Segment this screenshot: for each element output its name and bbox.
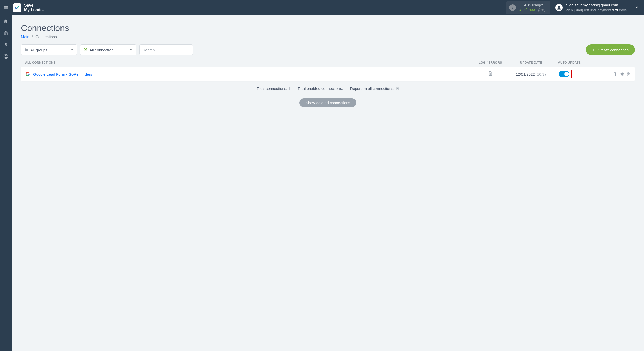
svg-rect-4 xyxy=(7,34,8,35)
filter-row: All groups All connection Create connect… xyxy=(21,44,635,55)
col-header-name: ALL CONNECTIONS xyxy=(25,61,475,64)
connection-actions xyxy=(603,71,631,77)
search-input-wrapper[interactable] xyxy=(139,44,193,55)
file-icon xyxy=(395,87,399,90)
svg-point-6 xyxy=(5,55,7,56)
status-dropdown-label: All connection xyxy=(90,48,113,52)
hamburger-icon xyxy=(3,5,8,10)
usage-label: LEADS usage: xyxy=(519,3,545,8)
user-circle-icon xyxy=(3,54,8,59)
google-icon xyxy=(25,71,30,77)
topbar: Save My Leads. i LEADS usage: 4 of 2'000… xyxy=(0,0,644,15)
breadcrumb-current: Connections xyxy=(35,34,57,39)
sidebar-item-home[interactable] xyxy=(0,15,12,27)
table-header: ALL CONNECTIONS LOG / ERRORS UPDATE DATE… xyxy=(21,61,635,67)
dollar-icon xyxy=(3,42,8,47)
breadcrumb-main[interactable]: Main xyxy=(21,34,29,39)
usage-pct: (0%) xyxy=(538,8,546,12)
summary-row: Total connections: 1 Total enabled conne… xyxy=(21,86,635,91)
svg-rect-2 xyxy=(4,34,5,35)
report-all-connections[interactable]: Report on all connections: xyxy=(350,86,399,91)
sidebar-item-connections[interactable] xyxy=(0,27,12,39)
account-plan: Plan |Start| left until payment 379 days xyxy=(566,8,627,13)
chevron-down-icon xyxy=(635,5,639,9)
col-header-date: UPDATE DATE xyxy=(506,61,557,64)
usage-count: 4 xyxy=(519,8,521,12)
home-icon xyxy=(3,19,8,24)
connection-log-button[interactable] xyxy=(475,71,506,77)
create-connection-button[interactable]: Create connection xyxy=(586,44,635,55)
create-button-label: Create connection xyxy=(598,48,629,52)
usage-info-box[interactable]: i LEADS usage: 4 of 2'000 (0%) xyxy=(506,1,550,14)
gear-icon xyxy=(619,72,624,76)
main-content: Connections Main / Connections All group… xyxy=(12,15,644,351)
delete-button[interactable] xyxy=(626,71,631,77)
auto-update-toggle[interactable] xyxy=(559,71,569,77)
breadcrumb: Main / Connections xyxy=(21,34,635,39)
info-icon: i xyxy=(509,4,516,11)
file-icon xyxy=(488,71,493,76)
connection-link[interactable]: Google Lead Form - GoReminders xyxy=(33,72,475,76)
svg-rect-3 xyxy=(5,34,6,35)
chevron-down-icon xyxy=(129,48,133,52)
show-deleted-button[interactable]: Show deleted connections xyxy=(299,98,356,107)
account-caret xyxy=(635,5,639,10)
account-menu[interactable]: alice.savemyleads@gmail.com Plan |Start|… xyxy=(555,3,639,13)
usage-of: of xyxy=(524,8,527,12)
play-circle-icon xyxy=(83,47,88,52)
total-connections: Total connections: 1 xyxy=(257,86,290,91)
sitemap-icon xyxy=(3,30,8,35)
hamburger-menu-button[interactable] xyxy=(0,0,12,15)
search-input[interactable] xyxy=(143,48,190,52)
copy-icon xyxy=(613,72,617,76)
connection-row: Google Lead Form - GoReminders 12/01/202… xyxy=(21,67,635,81)
connection-date: 12/01/2022 10:37 xyxy=(506,72,557,76)
plus-icon xyxy=(592,48,596,52)
sidebar xyxy=(0,15,12,351)
page-title: Connections xyxy=(21,23,635,33)
settings-button[interactable] xyxy=(619,71,624,77)
total-enabled: Total enabled connections: xyxy=(298,86,343,91)
groups-dropdown-label: All groups xyxy=(30,48,47,52)
avatar xyxy=(555,4,563,11)
copy-button[interactable] xyxy=(612,71,617,77)
chevron-down-icon xyxy=(70,48,74,52)
account-email: alice.savemyleads@gmail.com xyxy=(566,3,627,8)
checkmark-icon xyxy=(14,5,20,10)
svg-rect-1 xyxy=(5,31,7,32)
sidebar-item-profile[interactable] xyxy=(0,51,12,62)
toggle-highlight-box xyxy=(557,70,572,78)
brand-name: Save My Leads. xyxy=(24,3,44,12)
sidebar-item-billing[interactable] xyxy=(0,39,12,51)
user-icon xyxy=(556,5,562,10)
brand-text-1: Save xyxy=(24,3,44,8)
folder-icon xyxy=(24,47,28,52)
svg-point-0 xyxy=(558,6,560,8)
status-dropdown[interactable]: All connection xyxy=(80,44,136,55)
col-header-auto: AUTO UPDATE xyxy=(557,61,603,64)
col-header-log: LOG / ERRORS xyxy=(475,61,506,64)
trash-icon xyxy=(626,72,630,76)
brand-logo xyxy=(13,3,21,12)
groups-dropdown[interactable]: All groups xyxy=(21,44,77,55)
usage-limit: 2'000 xyxy=(528,8,536,12)
brand-text-2: My Leads. xyxy=(24,8,44,12)
